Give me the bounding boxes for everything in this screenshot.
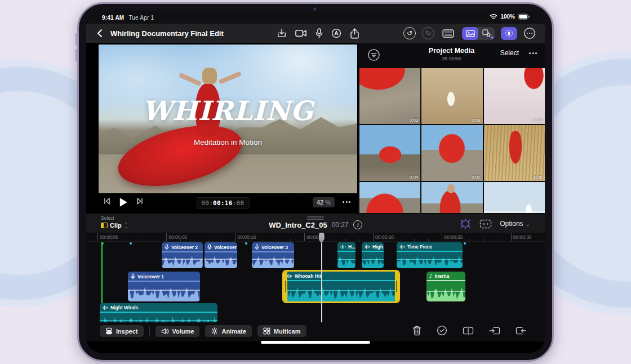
timeline-clip[interactable]: Voiceover 1 (128, 272, 200, 301)
bottom-toolbar: Inspect Volume Animate Multicam (86, 322, 545, 341)
playhead[interactable] (321, 233, 322, 322)
timeline-clip[interactable]: Time Piece (397, 242, 463, 268)
import-icon[interactable] (277, 28, 287, 38)
status-date: Tue Apr 1 (128, 15, 154, 21)
timeline-clip[interactable]: ♪Inertia (426, 272, 465, 301)
ruler-tick (139, 239, 139, 241)
clip-header: Voiceover 2 (205, 242, 237, 251)
clip-volume-line[interactable] (128, 290, 200, 291)
effects-browser-icon[interactable] (478, 27, 495, 40)
inspect-button[interactable]: Inspect (100, 325, 144, 337)
timeline-clip[interactable]: H... (337, 242, 356, 268)
note-icon: ♪ (429, 273, 433, 279)
timeline-clip[interactable]: Whoosh Hit (284, 272, 398, 301)
camera-icon[interactable] (295, 29, 307, 38)
clip-label: Voiceover 1 (137, 274, 164, 279)
keyboard-icon[interactable] (442, 29, 454, 38)
video-preview[interactable]: WHIRLING Meditation in Motion (99, 45, 357, 193)
clip-waveform (397, 252, 463, 269)
clip-marker[interactable] (245, 242, 247, 245)
ruler-tick (345, 239, 346, 241)
clip-waveform (426, 281, 465, 302)
wave-icon (103, 305, 108, 310)
check-circle-icon[interactable] (437, 325, 447, 336)
clip-volume-line[interactable] (397, 259, 463, 260)
clip-marker[interactable] (130, 242, 132, 245)
insert-clip-icon[interactable] (489, 326, 500, 335)
skip-to-end-icon[interactable] (136, 197, 144, 205)
play-icon[interactable] (119, 197, 128, 207)
clip-volume-line[interactable] (205, 259, 237, 260)
viewer: WHIRLING Meditation in Motion 00:00:16:0… (86, 43, 357, 213)
jog-wheel-toggle-icon[interactable] (501, 27, 517, 40)
ruler-tick (511, 233, 512, 241)
magnetic-timeline-icon[interactable] (459, 218, 472, 229)
connect-overlay-icon[interactable] (479, 219, 492, 229)
clip-marker[interactable] (464, 242, 466, 245)
select-button[interactable]: Select (500, 49, 519, 57)
ruler-tick (290, 239, 291, 241)
clip-volume-line[interactable] (426, 291, 465, 292)
trim-handle-right[interactable] (395, 272, 398, 301)
clip-header: Voiceover 2 (162, 242, 203, 251)
clip-marker[interactable] (101, 242, 104, 245)
clip-header: Night Winds (100, 303, 217, 312)
mic-icon (131, 273, 135, 279)
media-thumbnail[interactable]: 0:09 (421, 68, 482, 124)
options-button[interactable]: Options⌄ (500, 220, 530, 228)
media-thumbnail[interactable]: 0:02 (421, 125, 482, 181)
effects-badge (491, 36, 494, 39)
media-thumbnail[interactable]: 0:04 (359, 125, 420, 181)
trim-handle-left[interactable] (284, 272, 287, 301)
clip-volume-line[interactable] (162, 259, 203, 260)
share-icon[interactable] (350, 28, 359, 39)
media-browser-icon[interactable] (462, 27, 478, 40)
clip-volume-line[interactable] (284, 290, 398, 291)
timeline-clip[interactable]: Voiceover 3 (252, 242, 294, 268)
playhead-handle[interactable] (319, 233, 325, 243)
media-more-icon[interactable] (529, 52, 537, 54)
back-icon[interactable] (96, 29, 103, 38)
clip-volume-line[interactable] (337, 259, 356, 260)
more-circle-icon[interactable] (523, 27, 536, 39)
viewer-zoom-level[interactable]: 42% (313, 197, 335, 207)
timeline-clip[interactable]: Voiceover 2 (205, 242, 237, 268)
media-thumbnail[interactable] (359, 182, 420, 213)
timeline-clip[interactable]: Voiceover 2 (162, 242, 203, 268)
timecode-display[interactable]: 00:00:16:08 (196, 197, 249, 209)
volume-button[interactable]: Volume (155, 326, 200, 337)
timeline-clip[interactable]: Night Winds (100, 303, 217, 322)
ruler-label: 00:00:05 (168, 234, 187, 240)
media-thumbnail[interactable] (484, 182, 545, 213)
media-thumbnail[interactable]: 0:10 (484, 68, 545, 124)
annotate-icon[interactable] (331, 28, 341, 38)
timeline-clip[interactable]: High... (362, 242, 384, 268)
clip-waveform (362, 252, 384, 269)
dervish-arm (219, 72, 242, 85)
trash-icon[interactable] (412, 326, 421, 336)
multicam-button[interactable]: Multicam (257, 325, 306, 337)
home-indicator[interactable] (261, 341, 370, 344)
panel-drag-handle[interactable] (307, 216, 324, 217)
clip-volume-line[interactable] (100, 320, 217, 321)
timeline-ruler[interactable]: 00:00:0000:00:0500:00:1000:00:1500:00:20… (86, 233, 545, 242)
media-thumbnail[interactable] (421, 182, 482, 213)
media-thumbnail[interactable]: 0:06 (484, 125, 545, 181)
clip-volume-line[interactable] (362, 259, 384, 260)
chevron-down-icon: ⌄ (526, 221, 530, 227)
timeline[interactable]: 00:00:0000:00:0500:00:1000:00:1500:00:20… (86, 233, 545, 322)
media-thumbnail[interactable]: 0:03 (359, 68, 420, 124)
append-clip-icon[interactable] (516, 326, 527, 335)
clip-info-icon[interactable]: i (353, 220, 362, 229)
clip-volume-line[interactable] (252, 259, 294, 260)
clip-header: High... (362, 242, 384, 251)
microphone-icon[interactable] (316, 28, 323, 38)
animate-button[interactable]: Animate (205, 325, 251, 337)
undo-icon[interactable]: ↺ (403, 27, 416, 39)
dervish-hat (202, 68, 217, 84)
blade-split-icon[interactable] (463, 326, 474, 335)
skip-to-start-icon[interactable] (103, 197, 111, 205)
clip-label: High... (372, 244, 384, 250)
viewer-more-icon[interactable] (343, 201, 350, 203)
project-title: Whirling Documentary Final Edit (110, 29, 224, 38)
